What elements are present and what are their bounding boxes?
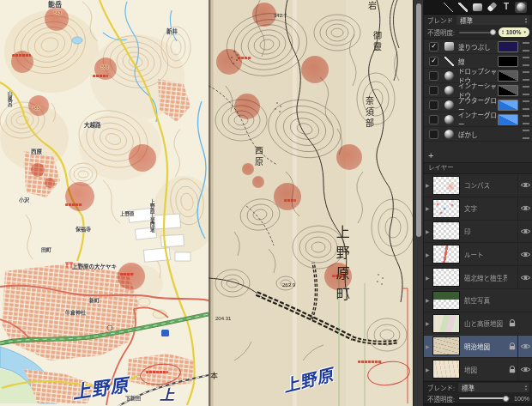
layer-name: 航空写真: [464, 295, 507, 305]
effect-checkbox[interactable]: ✓: [429, 42, 438, 52]
line-tool-icon[interactable]: [442, 2, 454, 13]
layer-thumbnail[interactable]: [432, 176, 460, 195]
blend-mode-dropdown[interactable]: 標準 ▲▼: [456, 15, 529, 25]
effect-icon: [444, 41, 454, 52]
modern-map-canvas[interactable]: 能岳543新井550山風呂455大越路西原小沢上野原工業団地上野原保福寺田町上野…: [0, 0, 209, 406]
effect-color-swatch[interactable]: [498, 56, 518, 67]
text-tool-icon[interactable]: T: [500, 2, 512, 13]
bottom-blend-dropdown[interactable]: 標準 ▲▼: [458, 383, 529, 392]
eye-icon[interactable]: [517, 243, 532, 265]
layer-name: 明治地図: [464, 342, 507, 351]
place-name-big-label: 上: [160, 383, 175, 404]
layer-row[interactable]: ▶ 地図: [424, 358, 532, 381]
layer-thumbnail[interactable]: [432, 268, 460, 287]
eye-icon[interactable]: [517, 266, 532, 288]
stepper-arrows-icon[interactable]: ▲▼: [501, 30, 504, 35]
layer-thumbnail[interactable]: [432, 314, 460, 333]
layer-thumbnail[interactable]: [432, 199, 460, 218]
effect-icon: [444, 129, 454, 139]
eye-icon[interactable]: [517, 197, 532, 220]
opacity-value-field[interactable]: ▲▼ 100% ▼: [499, 27, 529, 37]
layer-row[interactable]: ▶ 山と高原地図: [424, 312, 532, 336]
opacity-slider[interactable]: [459, 32, 494, 33]
layer-thumbnail[interactable]: [432, 245, 460, 264]
gradient-fill-tool-icon[interactable]: [471, 2, 483, 13]
disclosure-triangle-icon[interactable]: ▶: [426, 228, 432, 234]
eye-icon[interactable]: [517, 221, 532, 243]
effect-checkbox[interactable]: [429, 100, 438, 110]
effect-label: ぼかし: [458, 130, 498, 139]
layer-row[interactable]: ▶ ルート: [424, 243, 532, 266]
drag-handle-icon[interactable]: [523, 42, 529, 52]
blend-label: ブレンド: [427, 15, 453, 25]
lock-icon[interactable]: [507, 319, 517, 327]
eraser-tool-icon[interactable]: [486, 2, 498, 13]
effects-footer: +: [424, 142, 532, 162]
layer-row[interactable]: ▶ 文字: [424, 197, 532, 221]
eye-icon[interactable]: [517, 358, 532, 380]
disclosure-triangle-icon[interactable]: ▶: [426, 205, 432, 211]
effect-color-swatch[interactable]: [498, 100, 518, 111]
disclosure-triangle-icon[interactable]: ▶: [426, 275, 432, 281]
layer-row[interactable]: ▶ 航空写真: [424, 289, 532, 312]
layer-row[interactable]: ▶ 明治地図: [424, 336, 532, 359]
drag-handle-icon[interactable]: [523, 57, 529, 66]
drag-handle-icon[interactable]: [523, 130, 529, 139]
effect-checkbox[interactable]: ✓: [429, 57, 438, 66]
effect-checkbox[interactable]: [429, 71, 438, 81]
style-and-layers-panel: T ブレンド 標準 ▲▼ 不透明度: ▲▼ 100% ▼ ✓: [423, 0, 532, 406]
disclosure-triangle-icon[interactable]: ▶: [426, 251, 432, 258]
dropdown-arrows-icon: ▲▼: [524, 385, 528, 391]
drag-handle-icon[interactable]: [523, 100, 529, 110]
bottom-blend-value: 標準: [462, 383, 475, 392]
drag-handle-icon[interactable]: [523, 71, 529, 81]
disclosure-triangle-icon[interactable]: ▶: [426, 320, 432, 326]
disclosure-triangle-icon[interactable]: ▶: [426, 367, 432, 373]
layer-thumbnail[interactable]: [432, 291, 460, 310]
effects-sphere-tool-icon[interactable]: [515, 2, 527, 13]
eye-icon[interactable]: [517, 336, 532, 358]
effect-checkbox[interactable]: [429, 86, 438, 95]
effect-color-swatch[interactable]: [498, 85, 518, 96]
add-effect-button[interactable]: +: [424, 151, 433, 162]
vertical-scrollbar[interactable]: [416, 3, 421, 237]
meiji-map-canvas[interactable]: 岩御靈342.7奈須部西原上野原町263.9204.31本中 上野原: [209, 0, 413, 406]
effect-row[interactable]: ぼかし: [424, 127, 532, 142]
layer-thumbnail[interactable]: [432, 360, 460, 379]
effect-icon: [444, 100, 454, 110]
layer-name: コンパス: [464, 180, 507, 190]
layer-thumbnail[interactable]: [432, 336, 460, 355]
disclosure-triangle-icon[interactable]: ▶: [426, 297, 432, 303]
opacity-slider-knob[interactable]: [490, 29, 496, 35]
layer-thumbnail[interactable]: [432, 221, 460, 240]
layer-row[interactable]: ▶ 印: [424, 221, 532, 244]
effect-checkbox[interactable]: [429, 115, 438, 124]
place-name-big-label: 上野原: [281, 361, 336, 397]
bottom-opacity-knob[interactable]: [503, 396, 509, 402]
effect-row[interactable]: インナーグロー: [424, 112, 532, 127]
lock-icon[interactable]: [507, 342, 517, 350]
effect-icon: [444, 85, 454, 95]
disclosure-triangle-icon[interactable]: ▶: [426, 343, 432, 349]
disclosure-triangle-icon[interactable]: ▶: [426, 182, 432, 188]
effect-color-swatch[interactable]: [498, 70, 518, 82]
bottom-blend-label: ブレンド:: [427, 383, 455, 392]
effect-color-swatch[interactable]: [498, 41, 518, 52]
effect-label: 線: [458, 57, 498, 66]
layer-row[interactable]: ▶ 磁北線と植生界: [424, 266, 532, 289]
effect-checkbox[interactable]: [429, 130, 438, 139]
drag-handle-icon[interactable]: [523, 115, 529, 124]
effect-row[interactable]: ✓ 塗りつぶし: [424, 39, 532, 54]
layer-effects-list: ✓ 塗りつぶし ✓ 線 ドロップシャドウ: [424, 39, 532, 142]
brush-tool-icon[interactable]: [456, 2, 469, 13]
eye-icon[interactable]: [517, 174, 532, 197]
lock-icon[interactable]: [507, 366, 517, 373]
drag-handle-icon[interactable]: [523, 86, 529, 95]
effect-color-swatch[interactable]: [498, 114, 518, 125]
app-window: 能岳543新井550山風呂455大越路西原小沢上野原工業団地上野原保福寺田町上野…: [0, 0, 532, 406]
layer-row[interactable]: ▶ コンパス: [424, 174, 532, 197]
effect-label: 塗りつぶし: [458, 42, 498, 52]
bottom-opacity-slider[interactable]: [459, 397, 510, 399]
bottom-opacity-label: 不透明度:: [427, 394, 455, 403]
effect-label: インナーグロー: [458, 110, 498, 129]
